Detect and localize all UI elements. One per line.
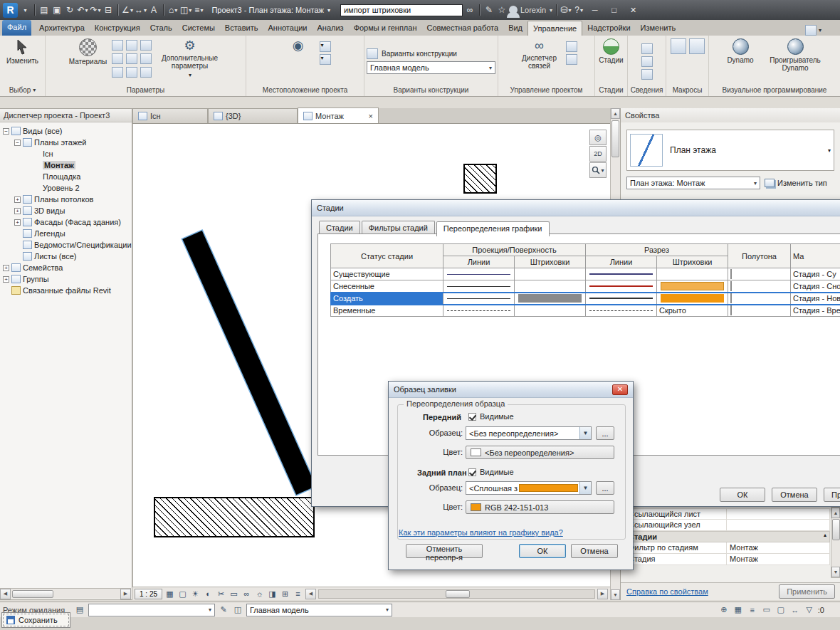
phases-dialog-titlebar[interactable]: Стадии (312, 200, 840, 216)
design-options-status-icon[interactable]: ◫ (232, 604, 243, 616)
redo-icon[interactable]: ↷ (90, 4, 101, 16)
expander-icon[interactable]: − (3, 128, 9, 135)
minimize-button[interactable]: ─ (586, 4, 604, 16)
panel-label-visual-programming[interactable]: Визуальное программирование (709, 84, 840, 96)
project-info-icon[interactable] (140, 40, 152, 51)
worksets-icon[interactable]: ▤ (74, 604, 85, 616)
scroll-up-icon[interactable] (611, 108, 620, 119)
phases-cancel-button[interactable]: Отмена (772, 488, 817, 502)
snaps-icon[interactable] (126, 40, 137, 51)
design-options-button[interactable]: Варианты конструкции (382, 50, 457, 58)
property-row-phase-filter[interactable]: Фильтр по стадиямМонтаж (625, 542, 830, 554)
scroll-right-icon[interactable] (597, 589, 608, 599)
temporary-view-properties-icon[interactable]: ◨ (267, 589, 278, 599)
design-options-icon[interactable] (367, 48, 378, 59)
panel-label-design-options[interactable]: Варианты конструкции (364, 84, 498, 96)
phase-row-existing[interactable]: Существующие Стадия - Су (331, 268, 840, 280)
save-icon[interactable]: ▣ (51, 4, 63, 16)
zoom-icon[interactable] (589, 162, 607, 178)
constraints-icon[interactable]: ≡ (293, 589, 303, 599)
selected-diagonal-element[interactable] (182, 231, 315, 495)
editable-only-icon[interactable]: ✎ (218, 604, 229, 616)
tree-item-groups[interactable]: +Группы (0, 273, 132, 285)
tab-architecture[interactable]: Архитектура (34, 21, 90, 36)
phases-ok-button[interactable]: ОК (720, 488, 765, 502)
tree-item-floor-plans[interactable]: −Планы этажей (0, 137, 132, 148)
undo-icon[interactable]: ↶ (77, 4, 88, 16)
tree-item-elevations[interactable]: +Фасады (Фасад здания) (0, 216, 132, 228)
drag-on-selection-icon[interactable]: ↔ (789, 604, 801, 616)
tab-insert[interactable]: Вставить (220, 21, 263, 36)
worksets-dropdown[interactable] (88, 604, 215, 616)
hatched-wall-element[interactable] (154, 497, 315, 537)
phase-row-demolished[interactable]: Снесенные Стадия - Сно (331, 280, 840, 293)
modify-button[interactable]: Изменить (6, 38, 38, 65)
fill-dialog-titlebar[interactable]: Образец заливки ✕ (389, 382, 633, 398)
apply-button[interactable]: Применить (779, 584, 835, 599)
collapse-group-icon[interactable]: ▴ (824, 532, 829, 542)
tab-annotate[interactable]: Аннотации (263, 21, 313, 36)
measure-icon[interactable]: ∠ (122, 4, 133, 16)
shared-parameters-icon[interactable] (126, 53, 137, 64)
scroll-thumb[interactable] (832, 519, 840, 540)
tab-collaborate[interactable]: Совместная работа (421, 21, 503, 36)
fill-cancel-button[interactable]: Отмена (571, 544, 618, 558)
type-preview[interactable]: План этажа (626, 130, 834, 171)
properties-help-link[interactable]: Справка по свойствам (626, 587, 708, 596)
location-button[interactable]: ◉ (280, 38, 317, 53)
project-units-icon[interactable] (140, 67, 152, 78)
panel-label-manage-project[interactable]: Управление проектом (498, 84, 594, 96)
panel-label-settings[interactable]: Параметры (46, 84, 246, 96)
halftone-checkbox[interactable] (730, 305, 732, 315)
tree-item-revit-links[interactable]: Связанные файлы Revit (0, 285, 132, 296)
tree-item-schedules[interactable]: Ведомости/Спецификации ( (0, 239, 132, 251)
crop-view-icon[interactable]: ✂ (216, 589, 226, 599)
print-icon[interactable]: ⊟ (103, 4, 114, 16)
detail-level-icon[interactable]: ▦ (164, 589, 175, 599)
thin-lines-icon[interactable]: ≡ (193, 4, 204, 16)
default-3d-view-icon[interactable]: ⌂ (167, 4, 179, 16)
type-preview-dropdown-icon[interactable] (827, 147, 831, 154)
dropdown-arrow-icon[interactable] (579, 482, 591, 494)
tree-item-families[interactable]: +Семейства (0, 262, 132, 273)
view-tab-isn[interactable]: Існ (132, 108, 208, 123)
communication-center-icon[interactable]: ✎ (483, 4, 495, 16)
scale-button[interactable]: 1 : 25 (135, 589, 162, 599)
hatched-column-element[interactable] (463, 164, 497, 194)
search-binoculars-icon[interactable]: ∞ (464, 4, 476, 16)
checkbox-icon[interactable] (468, 413, 476, 421)
worksharing-display-icon[interactable]: ⊞ (280, 589, 290, 599)
app-menu-icon[interactable] (19, 4, 31, 16)
scroll-thumb[interactable] (446, 590, 470, 598)
element-ids-icon[interactable] (641, 43, 653, 54)
additional-settings-button[interactable]: ⚙ Дополнительные параметры (156, 38, 224, 79)
manage-links-button[interactable]: ∞ Диспетчер связей (516, 38, 563, 70)
tab-analyze[interactable]: Анализ (312, 21, 348, 36)
tab-steel[interactable]: Сталь (145, 21, 177, 36)
background-color-button[interactable]: RGB 242-151-013 (466, 500, 614, 514)
tree-item-sheets[interactable]: Листы (все) (0, 251, 132, 262)
search-input[interactable] (340, 4, 463, 16)
property-row-phase[interactable]: СтадияМонтаж (625, 554, 830, 565)
coordinates-icon[interactable] (320, 54, 331, 65)
scroll-down-icon[interactable] (611, 589, 620, 600)
expander-icon[interactable]: + (14, 196, 21, 203)
tree-item-isn[interactable]: Існ (0, 148, 132, 159)
review-icon[interactable] (641, 69, 653, 80)
scroll-right-icon[interactable] (120, 589, 131, 599)
halftone-checkbox[interactable] (730, 269, 732, 279)
properties-vertical-scrollbar[interactable] (831, 507, 840, 578)
background-processes-icon[interactable]: ▦ (733, 604, 744, 616)
phase-row-temporary[interactable]: Временные Скрыто Стадия - Вре (331, 305, 840, 317)
hide-isolate-icon[interactable]: ∞ (241, 589, 252, 599)
expander-icon[interactable]: + (14, 208, 21, 214)
expander-icon[interactable]: + (3, 265, 9, 271)
checkbox-icon[interactable] (468, 468, 476, 476)
favorites-icon[interactable]: ☆ (496, 4, 508, 16)
close-view-tab-icon[interactable] (369, 112, 373, 120)
macro-security-icon[interactable] (689, 38, 705, 54)
open-icon[interactable]: ▤ (38, 4, 50, 16)
sync-icon[interactable]: ↻ (64, 4, 75, 16)
background-visible-checkbox[interactable]: Видимые (468, 468, 514, 476)
help-icon[interactable]: ? (573, 4, 584, 16)
